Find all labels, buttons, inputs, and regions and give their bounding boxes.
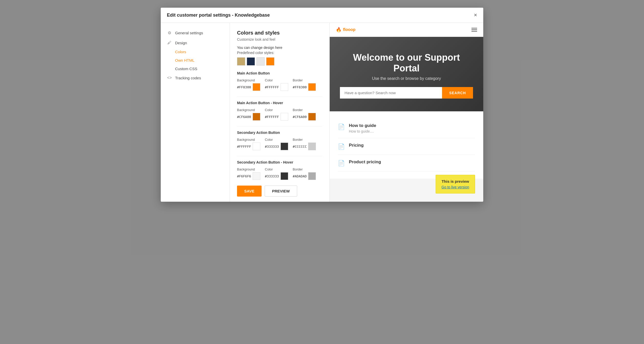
border-hex-2: #CF6A00 [293, 115, 307, 119]
sidebar-item-design[interactable]: 🖋 Design [161, 38, 230, 48]
sidebar-label-general-settings: General settings [175, 31, 203, 35]
section-secondary-btn-label: Secondary Action Button [237, 131, 322, 135]
color-field-bg-3: Background #FFFFFF [237, 138, 260, 150]
border-swatch-1[interactable] [308, 83, 316, 91]
document-icon-3: 📄 [338, 160, 345, 167]
color-row-main-btn: Background #FF8300 Color #FFFFFF [237, 78, 322, 91]
border-hex-1: #FF8300 [293, 85, 307, 89]
hero-title: Welcome to our Support Portal [340, 52, 473, 74]
bg-value-1: #FF8300 [237, 83, 260, 91]
bg-hex-2: #CF6A00 [237, 115, 251, 119]
preview-button[interactable]: PREVIEW [265, 186, 297, 197]
color-label-1: Color [265, 78, 288, 82]
section-main-btn-hover-label: Main Action Button - Hover [237, 101, 322, 105]
color-hex-4: #333333 [265, 174, 279, 178]
border-hex-3: #CCCCCC [293, 145, 307, 148]
hero-subtitle: Use the search or browse by category [340, 76, 473, 81]
bg-hex-1: #FF8300 [237, 85, 251, 89]
color-swatch-1[interactable] [281, 83, 288, 91]
gear-icon: ⚙ [167, 30, 172, 35]
color-swatch-4[interactable] [281, 172, 288, 180]
border-label-4: Border [293, 167, 316, 171]
preset-1[interactable] [237, 57, 245, 66]
preview-header: 🔥 flooop [330, 23, 483, 37]
bg-value-2: #CF6A00 [237, 113, 260, 121]
preview-item-3: 📄 Product pricing [338, 155, 475, 171]
color-value-3: #333333 [265, 143, 288, 150]
panel-subtitle: Customize look and feel [237, 37, 322, 41]
modal-close-button[interactable]: × [474, 12, 477, 18]
divider-3 [237, 156, 322, 156]
border-label-3: Border [293, 138, 316, 142]
notice-link[interactable]: Go to live version [442, 185, 469, 189]
item-title-2: Pricing [349, 143, 364, 148]
color-swatch-3[interactable] [281, 143, 288, 150]
color-value-1: #FFFFFF [265, 83, 288, 91]
presets-label: Predefined color styles: [237, 51, 322, 55]
sidebar-item-general-settings[interactable]: ⚙ General settings [161, 28, 230, 38]
sidebar-sub-section: Colors Own HTML Custom CSS [161, 48, 230, 73]
color-swatch-2[interactable] [281, 113, 288, 121]
bg-swatch-2[interactable] [253, 113, 260, 121]
color-value-4: #333333 [265, 172, 288, 180]
hamburger-menu[interactable] [471, 28, 477, 31]
search-input[interactable] [340, 87, 442, 99]
modal-header: Edit customer portal settings - Knowledg… [161, 8, 483, 23]
preview-hero: Welcome to our Support Portal Use the se… [330, 37, 483, 111]
color-row-secondary-hover: Background #F6F6F6 Color #333333 [237, 167, 322, 180]
modal: Edit customer portal settings - Knowledg… [161, 8, 483, 202]
bg-label-1: Background [237, 78, 260, 82]
save-button[interactable]: SAVE [237, 186, 262, 197]
color-label-2: Color [265, 108, 288, 112]
preview-panel: 🔥 flooop Welcome to our Support Portal U… [330, 23, 483, 202]
color-field-bg-2: Background #CF6A00 [237, 108, 260, 121]
preset-2[interactable] [247, 57, 255, 66]
document-icon-1: 📄 [338, 124, 345, 130]
logo-text: flooop [343, 27, 356, 32]
preset-4[interactable] [266, 57, 274, 66]
bg-swatch-1[interactable] [253, 83, 260, 91]
color-field-bg-4: Background #F6F6F6 [237, 167, 260, 180]
border-value-4: #ADADAD [293, 172, 316, 180]
search-button[interactable]: SEARCH [442, 87, 473, 99]
item-title-1: How to guide [349, 123, 376, 128]
color-presets [237, 57, 322, 66]
hamburger-line-1 [471, 28, 477, 28]
sidebar-item-custom-css[interactable]: Custom CSS [175, 64, 230, 73]
bg-label-4: Background [237, 167, 260, 171]
sidebar-item-colors[interactable]: Colors [175, 48, 230, 56]
color-field-border-4: Border #ADADAD [293, 167, 316, 180]
sidebar-item-own-html[interactable]: Own HTML [175, 56, 230, 64]
border-swatch-4[interactable] [308, 172, 316, 180]
preview-item-info-3: Product pricing [349, 159, 381, 166]
color-field-bg-1: Background #FF8300 [237, 78, 260, 91]
preview-item-2: 📄 Pricing [338, 138, 475, 155]
preview-item-info-2: Pricing [349, 143, 364, 149]
bg-hex-3: #FFFFFF [237, 145, 251, 148]
border-label-1: Border [293, 78, 316, 82]
color-label-4: Color [265, 167, 288, 171]
border-swatch-2[interactable] [308, 113, 316, 121]
preview-item-info-1: How to guide How to guide.... [349, 123, 376, 133]
border-swatch-3[interactable] [308, 143, 316, 150]
bg-value-3: #FFFFFF [237, 143, 260, 150]
bg-label-3: Background [237, 138, 260, 142]
bg-swatch-4[interactable] [253, 172, 260, 180]
preset-3[interactable] [256, 57, 265, 66]
color-field-color-2: Color #FFFFFF [265, 108, 288, 121]
section-main-btn-label: Main Action Button [237, 71, 322, 75]
border-value-3: #CCCCCC [293, 143, 316, 150]
sidebar-item-tracking-codes[interactable]: <> Tracking codes [161, 73, 230, 83]
color-hex-1: #FFFFFF [265, 85, 279, 89]
color-field-color-4: Color #333333 [265, 167, 288, 180]
preview-notice: This is preview Go to live version [436, 175, 475, 193]
bg-label-2: Background [237, 108, 260, 112]
color-hex-2: #FFFFFF [265, 115, 279, 119]
section-secondary-hover-label: Secondary Action Button - Hover [237, 160, 322, 164]
notice-title: This is preview [442, 179, 469, 184]
color-field-color-1: Color #FFFFFF [265, 78, 288, 91]
color-field-border-2: Border #CF6A00 [293, 108, 316, 121]
hamburger-line-3 [471, 31, 477, 31]
border-value-2: #CF6A00 [293, 113, 316, 121]
bg-swatch-3[interactable] [253, 143, 260, 150]
